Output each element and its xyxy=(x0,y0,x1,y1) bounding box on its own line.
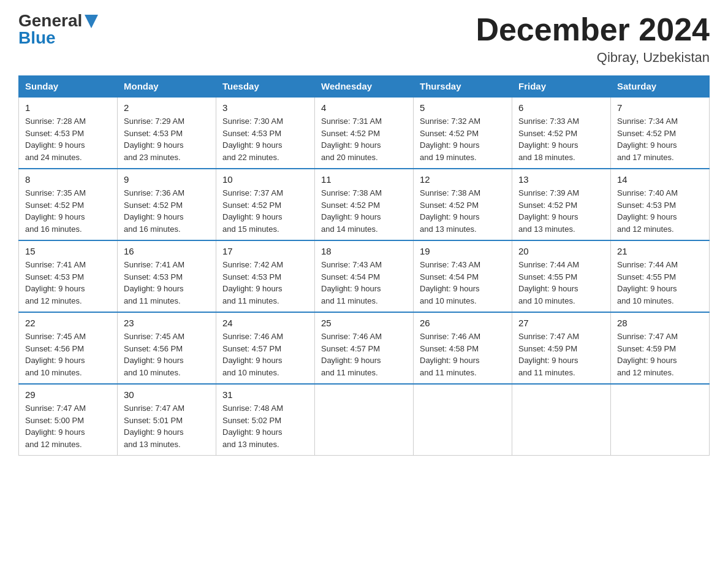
table-row: 27 Sunrise: 7:47 AM Sunset: 4:59 PM Dayl… xyxy=(512,312,611,384)
day-number: 26 xyxy=(420,318,506,328)
table-row: 10 Sunrise: 7:37 AM Sunset: 4:52 PM Dayl… xyxy=(216,169,315,240)
day-info: Sunrise: 7:45 AM Sunset: 4:56 PM Dayligh… xyxy=(124,331,210,378)
day-number: 14 xyxy=(617,174,703,185)
day-info: Sunrise: 7:36 AM Sunset: 4:52 PM Dayligh… xyxy=(124,187,210,235)
calendar-week-row: 1 Sunrise: 7:28 AM Sunset: 4:53 PM Dayli… xyxy=(19,97,710,169)
header-sunday: Sunday xyxy=(19,76,118,98)
day-info: Sunrise: 7:30 AM Sunset: 4:53 PM Dayligh… xyxy=(222,115,308,163)
table-row: 24 Sunrise: 7:46 AM Sunset: 4:57 PM Dayl… xyxy=(216,312,315,384)
day-number: 15 xyxy=(25,246,111,256)
table-row: 21 Sunrise: 7:44 AM Sunset: 4:55 PM Dayl… xyxy=(611,240,710,312)
table-row: 13 Sunrise: 7:39 AM Sunset: 4:52 PM Dayl… xyxy=(512,169,611,240)
day-info: Sunrise: 7:44 AM Sunset: 4:55 PM Dayligh… xyxy=(617,259,703,307)
day-number: 25 xyxy=(321,318,407,328)
day-info: Sunrise: 7:41 AM Sunset: 4:53 PM Dayligh… xyxy=(124,259,210,307)
day-info: Sunrise: 7:46 AM Sunset: 4:58 PM Dayligh… xyxy=(420,331,506,378)
day-info: Sunrise: 7:46 AM Sunset: 4:57 PM Dayligh… xyxy=(321,331,407,378)
table-row xyxy=(414,384,512,456)
day-info: Sunrise: 7:39 AM Sunset: 4:52 PM Dayligh… xyxy=(518,187,604,235)
calendar-week-row: 8 Sunrise: 7:35 AM Sunset: 4:52 PM Dayli… xyxy=(19,169,710,240)
day-info: Sunrise: 7:32 AM Sunset: 4:52 PM Dayligh… xyxy=(420,115,506,163)
logo-triangle-icon xyxy=(85,15,98,28)
day-info: Sunrise: 7:37 AM Sunset: 4:52 PM Dayligh… xyxy=(222,187,308,235)
logo: General Blue xyxy=(18,12,98,47)
day-info: Sunrise: 7:38 AM Sunset: 4:52 PM Dayligh… xyxy=(321,187,407,235)
day-info: Sunrise: 7:44 AM Sunset: 4:55 PM Dayligh… xyxy=(518,259,604,307)
calendar-header-row: Sunday Monday Tuesday Wednesday Thursday… xyxy=(19,76,710,98)
day-info: Sunrise: 7:38 AM Sunset: 4:52 PM Dayligh… xyxy=(420,187,506,235)
table-row: 12 Sunrise: 7:38 AM Sunset: 4:52 PM Dayl… xyxy=(414,169,512,240)
table-row xyxy=(611,384,710,456)
day-number: 24 xyxy=(222,318,308,328)
table-row: 17 Sunrise: 7:42 AM Sunset: 4:53 PM Dayl… xyxy=(216,240,315,312)
table-row: 9 Sunrise: 7:36 AM Sunset: 4:52 PM Dayli… xyxy=(118,169,216,240)
table-row: 8 Sunrise: 7:35 AM Sunset: 4:52 PM Dayli… xyxy=(19,169,118,240)
day-number: 29 xyxy=(25,389,111,400)
calendar-table: Sunday Monday Tuesday Wednesday Thursday… xyxy=(18,75,710,456)
day-info: Sunrise: 7:46 AM Sunset: 4:57 PM Dayligh… xyxy=(222,331,308,378)
table-row: 28 Sunrise: 7:47 AM Sunset: 4:59 PM Dayl… xyxy=(611,312,710,384)
svg-marker-0 xyxy=(85,15,98,28)
table-row: 20 Sunrise: 7:44 AM Sunset: 4:55 PM Dayl… xyxy=(512,240,611,312)
table-row: 7 Sunrise: 7:34 AM Sunset: 4:52 PM Dayli… xyxy=(611,97,710,169)
table-row: 11 Sunrise: 7:38 AM Sunset: 4:52 PM Dayl… xyxy=(315,169,414,240)
day-info: Sunrise: 7:45 AM Sunset: 4:56 PM Dayligh… xyxy=(25,331,111,378)
day-info: Sunrise: 7:47 AM Sunset: 5:01 PM Dayligh… xyxy=(124,402,210,450)
day-number: 8 xyxy=(25,174,111,185)
table-row: 26 Sunrise: 7:46 AM Sunset: 4:58 PM Dayl… xyxy=(414,312,512,384)
table-row: 1 Sunrise: 7:28 AM Sunset: 4:53 PM Dayli… xyxy=(19,97,118,169)
table-row: 3 Sunrise: 7:30 AM Sunset: 4:53 PM Dayli… xyxy=(216,97,315,169)
table-row xyxy=(315,384,414,456)
table-row: 18 Sunrise: 7:43 AM Sunset: 4:54 PM Dayl… xyxy=(315,240,414,312)
table-row: 25 Sunrise: 7:46 AM Sunset: 4:57 PM Dayl… xyxy=(315,312,414,384)
header-wednesday: Wednesday xyxy=(315,76,414,98)
day-info: Sunrise: 7:29 AM Sunset: 4:53 PM Dayligh… xyxy=(124,115,210,163)
calendar-week-row: 22 Sunrise: 7:45 AM Sunset: 4:56 PM Dayl… xyxy=(19,312,710,384)
day-number: 17 xyxy=(222,246,308,256)
day-number: 12 xyxy=(420,174,506,185)
day-number: 1 xyxy=(25,102,111,113)
day-number: 23 xyxy=(124,318,210,328)
month-title: December 2024 xyxy=(476,12,710,47)
table-row: 19 Sunrise: 7:43 AM Sunset: 4:54 PM Dayl… xyxy=(414,240,512,312)
table-row: 4 Sunrise: 7:31 AM Sunset: 4:52 PM Dayli… xyxy=(315,97,414,169)
day-info: Sunrise: 7:48 AM Sunset: 5:02 PM Dayligh… xyxy=(222,402,308,450)
day-info: Sunrise: 7:41 AM Sunset: 4:53 PM Dayligh… xyxy=(25,259,111,307)
day-info: Sunrise: 7:28 AM Sunset: 4:53 PM Dayligh… xyxy=(25,115,111,163)
table-row: 22 Sunrise: 7:45 AM Sunset: 4:56 PM Dayl… xyxy=(19,312,118,384)
table-row: 2 Sunrise: 7:29 AM Sunset: 4:53 PM Dayli… xyxy=(118,97,216,169)
table-row xyxy=(512,384,611,456)
table-row: 31 Sunrise: 7:48 AM Sunset: 5:02 PM Dayl… xyxy=(216,384,315,456)
table-row: 29 Sunrise: 7:47 AM Sunset: 5:00 PM Dayl… xyxy=(19,384,118,456)
table-row: 16 Sunrise: 7:41 AM Sunset: 4:53 PM Dayl… xyxy=(118,240,216,312)
calendar-week-row: 15 Sunrise: 7:41 AM Sunset: 4:53 PM Dayl… xyxy=(19,240,710,312)
table-row: 15 Sunrise: 7:41 AM Sunset: 4:53 PM Dayl… xyxy=(19,240,118,312)
table-row: 6 Sunrise: 7:33 AM Sunset: 4:52 PM Dayli… xyxy=(512,97,611,169)
day-number: 16 xyxy=(124,246,210,256)
day-number: 5 xyxy=(420,102,506,113)
day-info: Sunrise: 7:40 AM Sunset: 4:53 PM Dayligh… xyxy=(617,187,703,235)
day-number: 19 xyxy=(420,246,506,256)
calendar-week-row: 29 Sunrise: 7:47 AM Sunset: 5:00 PM Dayl… xyxy=(19,384,710,456)
header-tuesday: Tuesday xyxy=(216,76,315,98)
day-info: Sunrise: 7:33 AM Sunset: 4:52 PM Dayligh… xyxy=(518,115,604,163)
day-info: Sunrise: 7:34 AM Sunset: 4:52 PM Dayligh… xyxy=(617,115,703,163)
day-number: 11 xyxy=(321,174,407,185)
day-info: Sunrise: 7:43 AM Sunset: 4:54 PM Dayligh… xyxy=(321,259,407,307)
day-number: 18 xyxy=(321,246,407,256)
day-number: 30 xyxy=(124,389,210,400)
day-number: 20 xyxy=(518,246,604,256)
day-number: 31 xyxy=(222,389,308,400)
day-number: 6 xyxy=(518,102,604,113)
day-number: 7 xyxy=(617,102,703,113)
day-number: 21 xyxy=(617,246,703,256)
header-friday: Friday xyxy=(512,76,611,98)
location: Qibray, Uzbekistan xyxy=(476,50,710,66)
title-block: December 2024 Qibray, Uzbekistan xyxy=(476,12,710,66)
day-info: Sunrise: 7:47 AM Sunset: 4:59 PM Dayligh… xyxy=(518,331,604,378)
header-thursday: Thursday xyxy=(414,76,512,98)
day-number: 13 xyxy=(518,174,604,185)
header-monday: Monday xyxy=(118,76,216,98)
table-row: 14 Sunrise: 7:40 AM Sunset: 4:53 PM Dayl… xyxy=(611,169,710,240)
day-info: Sunrise: 7:43 AM Sunset: 4:54 PM Dayligh… xyxy=(420,259,506,307)
